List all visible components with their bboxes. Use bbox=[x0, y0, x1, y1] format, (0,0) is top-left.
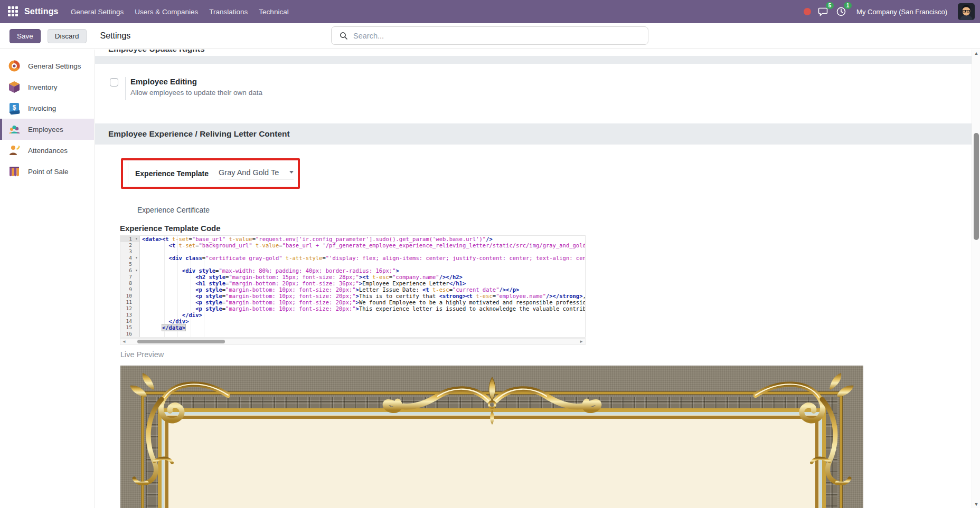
avatar-image bbox=[958, 3, 975, 20]
nav-menu: General Settings Users & Companies Trans… bbox=[71, 8, 289, 16]
scroll-right-arrow-icon[interactable]: ► bbox=[579, 339, 583, 344]
breadcrumb: Settings bbox=[100, 31, 131, 41]
experience-template-label: Experience Template bbox=[135, 169, 209, 178]
scroll-down-arrow-icon[interactable]: ▼ bbox=[972, 502, 980, 507]
menu-technical[interactable]: Technical bbox=[259, 8, 288, 16]
attendances-icon bbox=[7, 143, 21, 157]
certificate-outer-frame bbox=[120, 366, 863, 508]
certificate-corner-flourish-icon bbox=[125, 372, 230, 493]
chevron-down-icon bbox=[289, 171, 294, 174]
employee-editing-label: Employee Editing bbox=[130, 77, 262, 86]
page-vscrollbar: ▲ ▼ bbox=[972, 50, 980, 508]
app-title[interactable]: Settings bbox=[24, 7, 59, 16]
activities-button[interactable]: 1 bbox=[835, 6, 847, 17]
experience-template-code-label: Experience Template Code bbox=[120, 224, 221, 233]
certificate-paper bbox=[168, 419, 815, 508]
app-window: Settings General Settings Users & Compan… bbox=[0, 0, 980, 508]
messages-badge: 5 bbox=[826, 2, 834, 9]
certificate-corner-flourish-icon bbox=[753, 372, 859, 493]
save-button[interactable]: Save bbox=[10, 29, 41, 43]
control-bar: Save Discard Settings bbox=[0, 23, 980, 49]
sidebar-item-point-of-sale[interactable]: Point of Sale bbox=[0, 161, 94, 182]
code-editor[interactable]: 1▾<data><t t-set="base_url" t-value="req… bbox=[120, 235, 586, 338]
point-of-sale-icon bbox=[7, 165, 21, 178]
settings-content: Employee Update Rights Employee Editing … bbox=[95, 50, 972, 508]
messages-button[interactable]: 5 bbox=[817, 6, 829, 17]
settings-sidebar: General Settings Inventory $ Invoicing bbox=[0, 50, 95, 508]
section-divider-band bbox=[95, 56, 972, 64]
activities-badge: 1 bbox=[844, 2, 852, 9]
employee-editing-description: Allow employees to update their own data bbox=[130, 89, 262, 97]
menu-translations[interactable]: Translations bbox=[209, 8, 248, 16]
hscrollbar-thumb[interactable] bbox=[137, 340, 225, 343]
sidebar-item-inventory[interactable]: Inventory bbox=[0, 76, 94, 98]
inventory-icon bbox=[7, 80, 21, 94]
experience-template-select[interactable]: Gray And Gold Te bbox=[219, 168, 294, 179]
annotation-highlight-box: Experience Template Gray And Gold Te bbox=[121, 158, 300, 189]
menu-general-settings[interactable]: General Settings bbox=[71, 8, 124, 16]
scroll-up-arrow-icon[interactable]: ▲ bbox=[972, 51, 980, 56]
sidebar-item-label: Attendances bbox=[28, 147, 68, 155]
sidebar-item-invoicing[interactable]: $ Invoicing bbox=[0, 98, 94, 119]
sidebar-item-employees[interactable]: Employees bbox=[0, 119, 94, 140]
sidebar-item-label: Invoicing bbox=[28, 104, 56, 112]
certificate-preview-image bbox=[120, 366, 863, 508]
section-employee-experience-title: Employee Experience / Reliving Letter Co… bbox=[108, 129, 290, 139]
user-avatar[interactable] bbox=[958, 3, 975, 20]
svg-text:$: $ bbox=[13, 104, 16, 111]
experience-certificate-label: Experience Certificate bbox=[137, 206, 210, 214]
menu-users-companies[interactable]: Users & Companies bbox=[135, 8, 198, 16]
sidebar-item-label: General Settings bbox=[28, 62, 81, 70]
sidebar-item-attendances[interactable]: Attendances bbox=[0, 140, 94, 161]
vscrollbar-thumb[interactable] bbox=[974, 133, 979, 240]
employee-editing-setting: Employee Editing Allow employees to upda… bbox=[110, 77, 262, 100]
status-dot-icon bbox=[804, 8, 811, 15]
top-navbar: Settings General Settings Users & Compan… bbox=[0, 0, 980, 23]
navbar-right: 5 1 My Company (San Francisco) bbox=[804, 3, 975, 20]
scroll-left-arrow-icon[interactable]: ◄ bbox=[122, 339, 126, 344]
discard-button[interactable]: Discard bbox=[48, 29, 87, 43]
setting-separator bbox=[125, 77, 126, 100]
code-editor-hscrollbar: ◄ ► bbox=[120, 338, 586, 345]
sidebar-item-general-settings[interactable]: General Settings bbox=[0, 55, 94, 76]
sidebar-item-label: Point of Sale bbox=[28, 168, 69, 176]
sidebar-item-label: Inventory bbox=[28, 83, 58, 91]
employees-icon bbox=[7, 122, 21, 136]
search-box bbox=[331, 26, 648, 45]
employee-editing-checkbox[interactable] bbox=[110, 78, 118, 87]
apps-grid-icon[interactable] bbox=[8, 6, 18, 17]
sidebar-item-label: Employees bbox=[28, 126, 63, 133]
invoicing-icon: $ bbox=[7, 101, 21, 115]
certificate-center-scroll-icon bbox=[368, 373, 616, 431]
code-lines: 1▾<data><t t-set="base_url" t-value="req… bbox=[120, 236, 585, 337]
company-switcher[interactable]: My Company (San Francisco) bbox=[856, 8, 947, 16]
section-employee-experience-header: Employee Experience / Reliving Letter Co… bbox=[95, 123, 972, 145]
general-settings-icon bbox=[7, 59, 21, 73]
live-preview-label: Live Preview bbox=[120, 350, 164, 359]
search-input[interactable] bbox=[353, 32, 642, 40]
setting-separator bbox=[128, 162, 128, 185]
search-icon bbox=[340, 32, 348, 40]
section-employee-update-rights-title: Employee Update Rights bbox=[108, 50, 205, 56]
experience-template-value: Gray And Gold Te bbox=[219, 168, 279, 177]
